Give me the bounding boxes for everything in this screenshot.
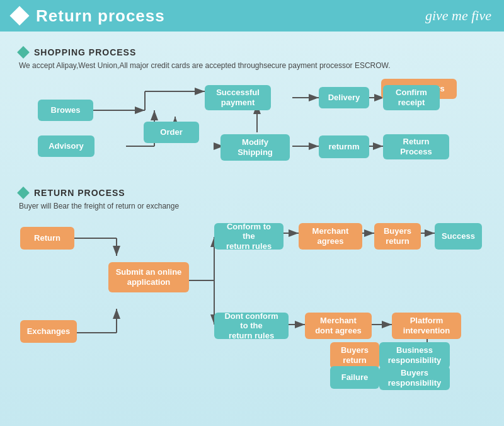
merchant-dont-box: Merchant dont agrees (305, 313, 372, 339)
delivery-box: Delivery (319, 87, 369, 108)
merchant-agrees-box: Merchant agrees (299, 223, 362, 250)
shopping-section-header: SHOPPING PROCESS (19, 47, 485, 57)
return-box: Return (20, 227, 74, 250)
conform-rules-box: Conform to the return rules (214, 223, 284, 250)
shopping-section-title: SHOPPING PROCESS (34, 47, 136, 57)
exchanges-box: Exchanges (20, 320, 77, 343)
return-section-header: RETURN PROCESS (19, 188, 485, 198)
returnm-box: returnm (319, 135, 369, 158)
header-diamond-icon (9, 6, 29, 25)
shopping-flow-area: Given 5 stars Successful payment Deliver… (19, 79, 485, 176)
page-title: Return process (36, 6, 165, 26)
order-box: Order (144, 122, 199, 143)
business-responsibility-box: Business responsibility (379, 342, 450, 369)
success-box: Success (435, 223, 482, 250)
page-header: Return process give me five (0, 0, 504, 32)
return-flow-area: Return Exchanges Submit an online applic… (19, 219, 485, 383)
buyers-responsibility-box: Buyers responsibility (379, 366, 450, 390)
dont-conform-rules-box: Dont conform to the return rules (214, 313, 289, 339)
main-content: SHOPPING PROCESS We accept Alipay,West U… (0, 32, 504, 426)
shopping-diamond-icon (17, 46, 30, 59)
advisory-box: Advisory (38, 135, 94, 157)
browes-box: Browes (38, 100, 93, 121)
submit-online-box: Submit an online application (108, 262, 189, 292)
buyers-return1-box: Buyers return (374, 223, 421, 250)
return-process-box: Return Process (383, 134, 449, 159)
return-section-title: RETURN PROCESS (34, 188, 125, 198)
return-description: Buyer will Bear the freight of return or… (19, 202, 485, 210)
buyers-return2-box: Buyers return (330, 342, 379, 369)
confirm-receipt-box: Confirm receipt (383, 85, 440, 110)
shopping-description: We accept Alipay,West Union,All major cr… (19, 61, 485, 70)
modify-shipping-box: Modify Shipping (220, 134, 290, 161)
successful-payment-box: Successful payment (205, 85, 271, 110)
platform-intervention-box: Platform intervention (392, 313, 461, 339)
brand-logo: give me five (425, 8, 491, 24)
return-diamond-icon (17, 187, 30, 199)
failure-box: Failure (330, 366, 379, 389)
